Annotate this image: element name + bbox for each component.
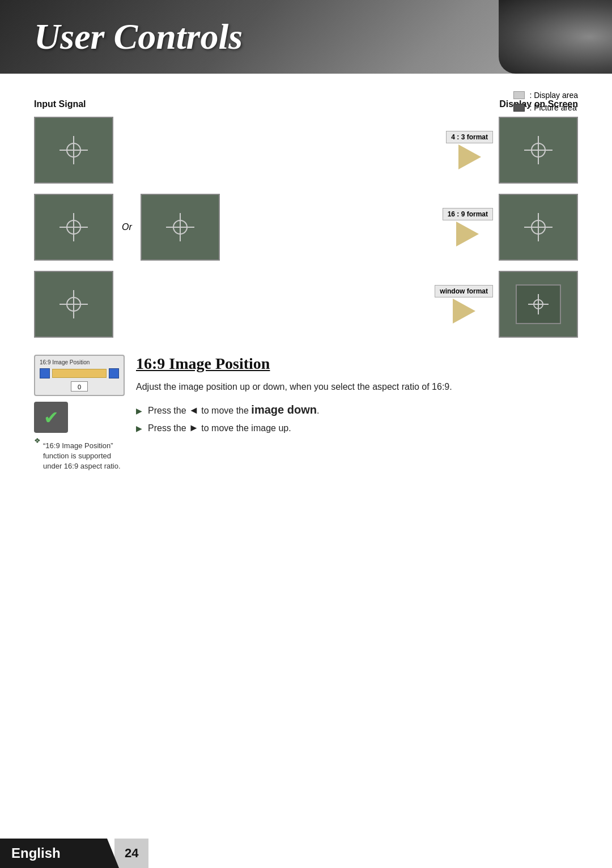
note-text: “16:9 Image Position” function is suppor… xyxy=(43,441,125,472)
slider-value: 0 xyxy=(71,381,88,392)
crosshair-circle-43-input xyxy=(66,143,81,158)
arrow-window xyxy=(453,299,475,324)
input-signal-label: Input Signal xyxy=(34,99,86,109)
legend-picture-area: : Picture area xyxy=(513,103,578,112)
slider-left-button[interactable] xyxy=(40,368,50,378)
main-content: : Display area : Picture area Input Sign… xyxy=(0,74,612,506)
bullet1-suffix: to move the xyxy=(199,406,252,415)
diagram-row-window: window format xyxy=(34,271,578,338)
output-screen-169 xyxy=(499,194,578,261)
crosshair-169b xyxy=(166,213,194,241)
page-title: User Controls xyxy=(34,16,243,58)
slider-value-box: 0 xyxy=(40,381,119,392)
widget-title: 16:9 Image Position xyxy=(40,359,119,365)
crosshair-circle-169-output xyxy=(531,220,546,235)
note-text-container: ❖ “16:9 Image Position” function is supp… xyxy=(34,436,125,472)
crosshair-43-input xyxy=(60,136,88,164)
bullet1-prefix: Press the xyxy=(148,406,189,415)
note-bullet: ❖ xyxy=(34,436,41,445)
input-screen-window xyxy=(34,271,113,338)
bullet-item-1: ▶ Press the ◄ to move the image down. xyxy=(136,403,578,416)
window-inner-box xyxy=(516,284,561,324)
crosshair-circle-43-output xyxy=(531,143,546,158)
bullet-item-2: ▶ Press the ► to move the image up. xyxy=(136,422,578,434)
output-screen-window xyxy=(499,271,578,338)
bullet2-text: Press the ► to move the image up. xyxy=(148,422,291,434)
crosshair-169-output xyxy=(524,213,552,241)
crosshair-circle-window-output xyxy=(533,299,543,309)
diagram-section: Input Signal Display on Screen 4 : 3 for… xyxy=(34,99,578,338)
bullet2-suffix: to move the image up. xyxy=(199,423,291,433)
bullet-arrow-2: ▶ xyxy=(136,424,142,433)
bullet-arrow-1: ▶ xyxy=(136,406,142,415)
legend-picture-label: : Picture area xyxy=(529,103,576,112)
arrow-43 xyxy=(458,144,481,169)
format-label-window: window format xyxy=(435,285,493,297)
format-label-169: 16 : 9 format xyxy=(443,208,493,220)
bullet2-prefix: Press the xyxy=(148,423,189,433)
section-169-description: Adjust the image position up or down, wh… xyxy=(136,380,578,394)
ui-slider-widget: 16:9 Image Position 0 xyxy=(34,355,125,396)
legend-display-box xyxy=(513,91,525,99)
format-arrow-43: 4 : 3 format xyxy=(446,131,493,169)
left-panel: 16:9 Image Position 0 ✔ ❖ “16:9 I xyxy=(34,355,125,472)
legend: : Display area : Picture area xyxy=(513,91,578,112)
bullet1-end: . xyxy=(317,406,319,415)
slider-bar[interactable] xyxy=(52,369,107,378)
note-checkmark-icon: ✔ xyxy=(44,407,59,428)
diagram-labels-row: Input Signal Display on Screen xyxy=(34,99,578,114)
input-screen-169a xyxy=(34,194,113,261)
bullet2-arrow-char: ► xyxy=(189,422,199,433)
arrow-169 xyxy=(456,222,479,246)
diagram-row-169: Or 16 : 9 format xyxy=(34,194,578,261)
legend-display-label: : Display area xyxy=(529,91,578,100)
footer: English 24 xyxy=(0,839,612,868)
format-arrow-169: 16 : 9 format xyxy=(443,208,493,246)
footer-page-number: 24 xyxy=(114,839,148,868)
slider-right-button[interactable] xyxy=(109,368,119,378)
crosshair-circle-169b xyxy=(173,220,188,235)
section-169-heading: 16:9 Image Position xyxy=(136,355,578,373)
legend-picture-box xyxy=(513,104,525,112)
section-169-image-position: 16:9 Image Position 0 ✔ ❖ “16:9 I xyxy=(34,355,578,472)
crosshair-43-output xyxy=(524,136,552,164)
or-text: Or xyxy=(122,222,132,232)
format-arrow-window: window format xyxy=(435,285,493,324)
bullet1-bold: image down xyxy=(251,403,317,416)
crosshair-window-input xyxy=(60,290,88,318)
diagram-row-43: 4 : 3 format xyxy=(34,117,578,184)
footer-language: English xyxy=(0,839,119,868)
slider-track xyxy=(40,368,119,379)
input-screen-169b xyxy=(141,194,220,261)
crosshair-169a xyxy=(60,213,88,241)
right-content-169: 16:9 Image Position Adjust the image pos… xyxy=(136,355,578,472)
crosshair-circle-window-input xyxy=(66,297,81,312)
footer-language-label: English xyxy=(11,845,61,861)
note-box: ✔ xyxy=(34,402,68,433)
page-header: User Controls xyxy=(0,0,612,74)
input-screen-43 xyxy=(34,117,113,184)
bullet1-arrow-char: ◄ xyxy=(189,405,199,416)
crosshair-window-output xyxy=(528,294,549,314)
bullet1-text: Press the ◄ to move the image down. xyxy=(148,403,319,416)
format-label-43: 4 : 3 format xyxy=(446,131,493,143)
note-section: ✔ xyxy=(34,402,125,433)
footer-page-label: 24 xyxy=(125,846,138,861)
output-screen-43 xyxy=(499,117,578,184)
legend-display-area: : Display area xyxy=(513,91,578,100)
crosshair-circle-169a xyxy=(66,220,81,235)
